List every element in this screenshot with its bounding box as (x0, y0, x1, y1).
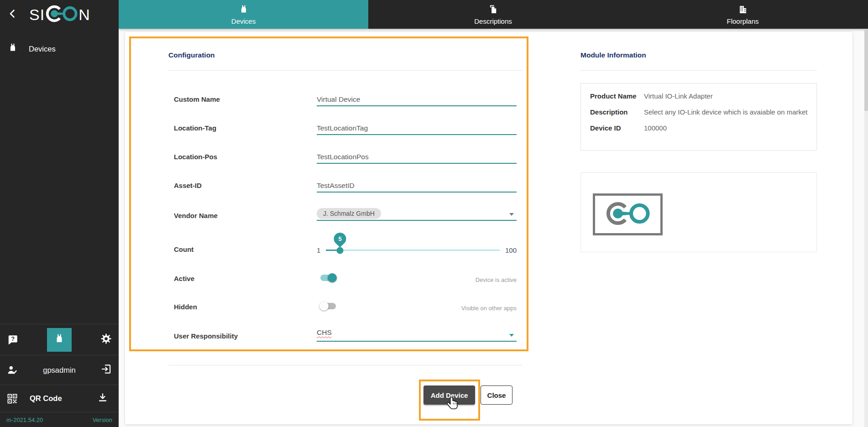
slider-min-label: 1 (317, 246, 320, 254)
slider-track[interactable]: 5 (326, 250, 500, 251)
toggle-knob[interactable] (328, 273, 337, 282)
sidebar-qr-row[interactable]: QR Code (0, 385, 119, 412)
scrollbar[interactable] (864, 29, 868, 427)
download-icon (97, 392, 108, 405)
sidebar: SI N Device (0, 0, 119, 427)
module-logo-panel (580, 172, 817, 252)
brand-suffix: N (78, 6, 90, 24)
vendor-name-select[interactable]: J. Schmalz GmbH (317, 208, 517, 221)
download-button[interactable] (96, 392, 110, 405)
info-row-device-id: Device ID 100000 (590, 124, 816, 132)
slider-value-balloon: 5 (331, 230, 349, 248)
scrollbar-thumb[interactable] (864, 29, 868, 111)
location-tag-input[interactable]: TestLocationTag (317, 124, 517, 135)
divider (580, 70, 817, 71)
device-dialog-card: Configuration Custom Name Virtual Device… (125, 32, 852, 424)
field-label: Location-Tag (174, 124, 317, 132)
help-button[interactable]: ? (5, 332, 21, 348)
product-name-value: Virtual IO-Link Adapter (644, 92, 713, 100)
field-user-responsibility: User Responsibility CHS (174, 328, 517, 342)
brand-prefix: SI (29, 6, 45, 24)
active-hint: Device is active (476, 276, 517, 283)
devices-tool-button[interactable] (47, 328, 72, 352)
field-label: Custom Name (174, 95, 317, 104)
tab-devices[interactable]: Devices (119, 0, 368, 29)
field-label: Vendor Name (174, 208, 317, 220)
tab-label: Descriptions (474, 17, 512, 25)
info-row-description: Description Select any IO-Link device wh… (590, 108, 816, 116)
field-location-pos: Location-Pos TestLocationPos (174, 153, 517, 164)
field-custom-name: Custom Name Virtual Device (174, 95, 517, 106)
chevron-down-icon[interactable] (509, 334, 514, 337)
field-location-tag: Location-Tag TestLocationTag (174, 124, 517, 135)
plug-icon (54, 333, 65, 346)
field-count: Count 1 5 100 (174, 233, 517, 254)
back-button[interactable] (7, 7, 20, 22)
field-label: Active (174, 274, 317, 283)
user-responsibility-value[interactable]: CHS (317, 328, 332, 336)
sidebar-header: SI N (0, 0, 119, 29)
slider-thumb[interactable] (336, 247, 343, 254)
device-id-value: 100000 (644, 124, 667, 132)
vendor-chip[interactable]: J. Schmalz GmbH (317, 208, 381, 219)
version-value: m-2021.54.20 (6, 417, 43, 423)
module-information-title: Module Information (580, 51, 646, 59)
field-label: Location-Pos (174, 153, 317, 161)
tab-label: Devices (231, 17, 256, 25)
co-mark-logo-icon (603, 200, 653, 229)
active-toggle[interactable] (320, 275, 336, 281)
divider (168, 365, 522, 365)
sidebar-tools-row: ? (0, 324, 119, 355)
sidebar-item-label: Devices (29, 45, 56, 53)
brand-co-mark-icon (45, 4, 78, 26)
tab-descriptions[interactable]: Descriptions (368, 0, 618, 29)
plug-icon (239, 5, 249, 16)
count-slider[interactable]: 1 5 100 (317, 233, 517, 254)
app-root: SI N Device (0, 0, 868, 427)
add-device-button[interactable]: Add Device (424, 385, 475, 405)
info-label: Product Name (590, 92, 644, 100)
field-label: Count (174, 233, 317, 254)
qr-code-label: QR Code (30, 394, 96, 403)
custom-name-input[interactable]: Virtual Device (317, 95, 517, 106)
slider-value: 5 (334, 233, 346, 245)
field-label: User Responsibility (174, 328, 317, 340)
field-active: Active Device is active (174, 274, 517, 283)
hidden-hint: Visible on other apps (461, 305, 517, 312)
field-label: Hidden (174, 302, 317, 311)
info-label: Device ID (590, 124, 644, 132)
sidebar-item-devices[interactable]: Devices (0, 38, 119, 59)
building-icon (738, 5, 748, 16)
settings-button[interactable] (98, 332, 114, 348)
divider (168, 70, 522, 71)
top-tab-bar: Devices Descriptions (119, 0, 868, 29)
gear-icon (100, 333, 112, 347)
help-glyph: ? (11, 335, 15, 342)
chevron-down-icon[interactable] (509, 213, 514, 216)
version-label: Version (93, 417, 112, 423)
close-button[interactable]: Close (481, 385, 512, 405)
user-responsibility-select[interactable]: CHS (317, 328, 517, 342)
sidebar-user-row: gpsadmin (0, 355, 119, 385)
field-label: Asset-ID (174, 182, 317, 190)
slider-max-label: 100 (505, 246, 517, 254)
configuration-title: Configuration (168, 51, 215, 59)
logout-button[interactable] (99, 363, 113, 377)
module-info-box: Product Name Virtual IO-Link Adapter Des… (580, 83, 817, 151)
logout-icon (100, 363, 112, 377)
toggle-knob[interactable] (319, 302, 329, 311)
plug-icon (8, 43, 18, 55)
hidden-toggle[interactable] (320, 303, 336, 309)
tab-floorplans[interactable]: Floorplans (618, 0, 868, 29)
sidebar-footer: ? (0, 324, 119, 427)
tab-label: Floorplans (727, 17, 758, 25)
info-label: Description (590, 108, 644, 116)
username: gpsadmin (19, 366, 99, 375)
info-row-product: Product Name Virtual IO-Link Adapter (590, 92, 816, 100)
field-asset-id: Asset-ID TestAssetID (174, 182, 517, 193)
location-pos-input[interactable]: TestLocationPos (317, 153, 517, 164)
field-hidden: Hidden Visible on other apps (174, 302, 517, 311)
chevron-left-icon (7, 8, 18, 21)
file-copy-icon (488, 5, 498, 16)
asset-id-input[interactable]: TestAssetID (317, 182, 517, 193)
